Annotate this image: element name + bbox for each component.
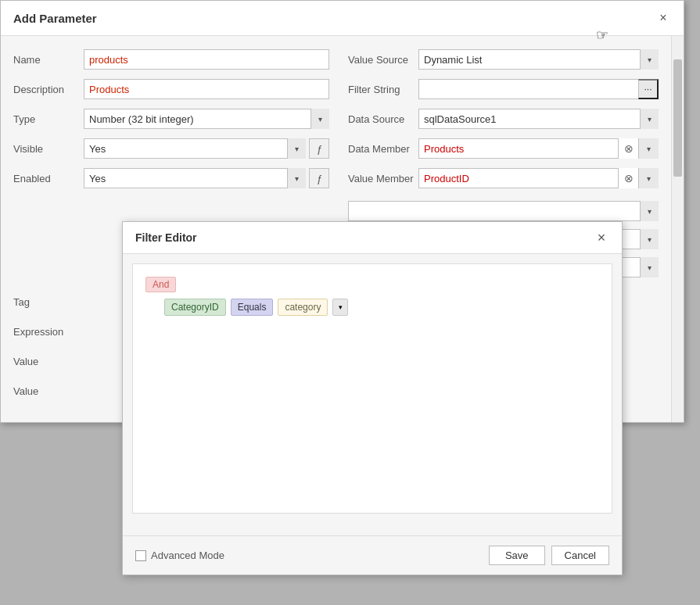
and-badge-wrapper: And bbox=[145, 277, 599, 292]
filter-editor-footer: Advanced Mode Save Cancel bbox=[123, 535, 622, 575]
value2-label: Value bbox=[13, 385, 84, 397]
name-field-row: Name bbox=[13, 48, 329, 70]
data-member-dropdown-button[interactable]: ▾ bbox=[638, 138, 659, 159]
filter-canvas: And CategoryID Equals category ▾ bbox=[132, 263, 612, 514]
filter-editor-dialog: Filter Editor × And CategoryID Equals ca… bbox=[122, 221, 623, 575]
type-select[interactable]: Number (32 bit integer) bbox=[84, 109, 329, 129]
data-source-label: Data Source bbox=[348, 113, 418, 125]
add-parameter-dialog: Add Parameter × Name bbox=[0, 0, 684, 423]
dialog-title: Add Parameter bbox=[13, 12, 97, 25]
filter-string-input[interactable] bbox=[418, 79, 659, 99]
filter-editor-body: And CategoryID Equals category ▾ bbox=[123, 254, 622, 535]
value-source-field-row: Value Source Dynamic List ▾ bbox=[348, 48, 659, 70]
filter-editor-cancel-button[interactable]: Cancel bbox=[551, 546, 609, 565]
description-label: Description bbox=[13, 84, 84, 95]
visible-field-row: Visible Yes ▾ ƒ bbox=[13, 138, 329, 159]
filter-editor-close-button[interactable]: × bbox=[594, 230, 609, 245]
tag-label: Tag bbox=[13, 296, 84, 308]
dialog-close-button[interactable]: × bbox=[655, 10, 671, 26]
type-field-row: Type Number (32 bit integer) ▾ bbox=[13, 108, 329, 130]
data-member-clear-button[interactable]: ⊗ bbox=[618, 138, 638, 159]
value-source-select[interactable]: Dynamic List bbox=[418, 49, 659, 70]
data-member-field-row: Data Member ⊗ ▾ bbox=[348, 138, 659, 159]
value-source-label: Value Source bbox=[348, 54, 418, 66]
data-source-field-row: Data Source sqlDataSource1 ▾ bbox=[348, 108, 659, 130]
condition-value[interactable]: category bbox=[278, 299, 328, 316]
enabled-fx-button[interactable]: ƒ bbox=[309, 168, 329, 188]
type-label: Type bbox=[13, 113, 84, 125]
filter-string-field-row: Filter String ··· bbox=[348, 78, 659, 100]
enabled-field-row: Enabled Yes ▾ ƒ bbox=[13, 167, 329, 189]
filter-condition-row: CategoryID Equals category ▾ bbox=[164, 299, 599, 316]
advanced-mode-checkbox[interactable] bbox=[135, 550, 146, 561]
name-label: Name bbox=[13, 54, 84, 66]
advanced-mode-wrapper: Advanced Mode bbox=[135, 550, 224, 561]
data-source-select[interactable]: sqlDataSource1 bbox=[418, 109, 659, 129]
value-member-clear-button[interactable]: ⊗ bbox=[618, 168, 638, 188]
filter-and-group: And CategoryID Equals category ▾ bbox=[145, 277, 599, 316]
value-member-field-row: Value Member ⊗ ▾ bbox=[348, 167, 659, 189]
condition-dropdown-button[interactable]: ▾ bbox=[332, 299, 348, 316]
advanced-mode-label: Advanced Mode bbox=[151, 550, 224, 561]
description-field-row: Description bbox=[13, 78, 329, 100]
main-scroll-thumb[interactable] bbox=[673, 59, 682, 177]
expression-label: Expression bbox=[13, 326, 84, 338]
dialog-titlebar: Add Parameter × bbox=[1, 1, 684, 36]
data-member-label: Data Member bbox=[348, 143, 418, 155]
description-input[interactable] bbox=[84, 79, 329, 99]
name-input[interactable] bbox=[84, 49, 329, 70]
and-badge[interactable]: And bbox=[145, 277, 176, 292]
filter-editor-title: Filter Editor bbox=[135, 231, 197, 244]
value-member-label: Value Member bbox=[348, 173, 418, 184]
filter-editor-titlebar: Filter Editor × bbox=[123, 222, 622, 254]
visible-label: Visible bbox=[13, 143, 84, 155]
enabled-select[interactable]: Yes bbox=[84, 168, 306, 188]
value-member-dropdown-button[interactable]: ▾ bbox=[638, 168, 659, 188]
filter-editor-save-button[interactable]: Save bbox=[489, 546, 545, 565]
condition-field[interactable]: CategoryID bbox=[164, 299, 226, 316]
right-extra-select-1[interactable] bbox=[348, 201, 659, 221]
filter-editor-buttons: Save Cancel bbox=[489, 546, 609, 565]
value1-label: Value bbox=[13, 356, 84, 367]
enabled-label: Enabled bbox=[13, 173, 84, 184]
main-scrollbar[interactable] bbox=[671, 36, 684, 422]
visible-fx-button[interactable]: ƒ bbox=[309, 138, 329, 159]
condition-operator[interactable]: Equals bbox=[231, 299, 274, 316]
filter-string-label: Filter String bbox=[348, 84, 418, 95]
visible-select[interactable]: Yes bbox=[84, 138, 306, 159]
filter-string-ellipsis-button[interactable]: ··· bbox=[638, 79, 659, 99]
